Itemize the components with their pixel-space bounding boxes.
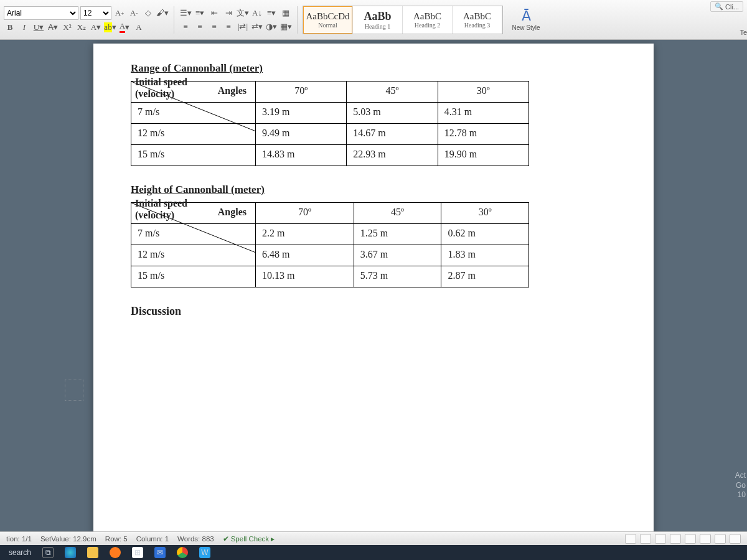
- indent-button[interactable]: ⇥: [222, 7, 235, 19]
- bold-button[interactable]: B: [4, 21, 16, 34]
- cell[interactable]: 15 m/s: [131, 145, 256, 166]
- document-page[interactable]: Range of Cannonball (meter) Angles Initi…: [93, 44, 654, 535]
- bullets-button[interactable]: ☰▾: [179, 7, 192, 19]
- cell[interactable]: 3.19 m: [256, 103, 347, 124]
- italic-button[interactable]: I: [18, 21, 31, 34]
- cell[interactable]: 5.03 m: [347, 103, 438, 124]
- view-web-icon[interactable]: [715, 534, 726, 544]
- cell[interactable]: 4.31 m: [438, 103, 529, 124]
- settings-icon[interactable]: [730, 534, 741, 544]
- clear-format-button[interactable]: ◇: [142, 7, 154, 19]
- strike-button[interactable]: A̶▾: [47, 21, 59, 34]
- spell-check-button[interactable]: ✔ Spell Check ▸: [223, 534, 275, 543]
- file-explorer-icon[interactable]: [87, 547, 98, 558]
- task-view-icon[interactable]: ⧉: [42, 547, 54, 558]
- view-outline-icon[interactable]: [625, 534, 636, 544]
- firefox-icon[interactable]: [110, 547, 121, 558]
- status-bar: tion: 1/1 SetValue: 12.9cm Row: 5 Column…: [0, 531, 747, 545]
- cell[interactable]: 22.93 m: [347, 145, 438, 166]
- sort-button[interactable]: A↓: [251, 7, 263, 19]
- align-right-button[interactable]: ≡: [208, 21, 220, 33]
- style-heading3[interactable]: AaBbC Heading 3: [453, 6, 502, 34]
- col-45: 45º: [347, 82, 438, 103]
- taskbar: search ⧉ ⊞ ✉ W: [0, 545, 747, 560]
- highlight-button[interactable]: ab▾: [104, 21, 116, 34]
- font-name-select[interactable]: Arial: [4, 6, 78, 20]
- styles-gallery[interactable]: AaBbCcDd Normal AaBb Heading 1 AaBbC Hea…: [303, 6, 503, 34]
- cell[interactable]: 1.83 m: [441, 245, 529, 266]
- view-fit-icon[interactable]: [640, 534, 651, 544]
- align-left-button[interactable]: ≡: [179, 21, 192, 33]
- format-painter-button[interactable]: 🖌▾: [156, 7, 169, 19]
- cell[interactable]: 12.78 m: [438, 124, 529, 145]
- style-label: Normal: [318, 22, 337, 29]
- font-color-button[interactable]: A▾: [118, 21, 131, 34]
- tabs-button[interactable]: ⇄▾: [251, 21, 263, 33]
- style-sample: AaBbC: [413, 11, 441, 22]
- find-button[interactable]: 🔍 Cli...: [710, 1, 743, 12]
- wps-icon[interactable]: W: [199, 547, 210, 558]
- style-normal[interactable]: AaBbCcDd Normal: [303, 6, 353, 34]
- mail-icon[interactable]: ✉: [154, 547, 166, 558]
- cell[interactable]: 0.62 m: [441, 224, 529, 245]
- diagonal-header: Angles Initial speed (velocity): [131, 82, 256, 103]
- taskbar-search[interactable]: search: [9, 548, 31, 557]
- cell[interactable]: 5.73 m: [354, 266, 441, 287]
- shrink-font-button[interactable]: A-: [128, 7, 140, 19]
- watermark-text: ActGo10: [735, 471, 746, 500]
- status-section: tion: 1/1: [6, 535, 32, 543]
- cell[interactable]: 1.25 m: [354, 224, 441, 245]
- speed-label: Initial speed (velocity): [135, 77, 187, 100]
- view-reading-icon[interactable]: [670, 534, 681, 544]
- cell[interactable]: 15 m/s: [131, 266, 256, 287]
- speed-label: Initial speed (velocity): [135, 198, 187, 221]
- grow-font-button[interactable]: A+: [113, 7, 126, 19]
- style-sample: AaBbCcDd: [306, 11, 350, 22]
- find-label: Cli...: [725, 3, 739, 11]
- style-heading1[interactable]: AaBb Heading 1: [353, 6, 403, 34]
- view-fullscreen-icon[interactable]: [655, 534, 666, 544]
- range-table[interactable]: Angles Initial speed (velocity) 70º 45º …: [131, 81, 529, 166]
- outdent-button[interactable]: ⇤: [208, 7, 220, 19]
- line-spacing-button[interactable]: ≡▾: [265, 7, 278, 19]
- chrome-icon[interactable]: [177, 547, 188, 558]
- font-size-select[interactable]: 12: [80, 6, 111, 20]
- numbering-button[interactable]: ≡▾: [194, 7, 206, 19]
- cell[interactable]: 3.67 m: [354, 245, 441, 266]
- distribute-button[interactable]: |⇄|: [237, 21, 249, 33]
- view-page-icon[interactable]: [685, 534, 696, 544]
- cell[interactable]: 14.67 m: [347, 124, 438, 145]
- cell[interactable]: 9.49 m: [256, 124, 347, 145]
- para-shading-button[interactable]: ◑▾: [265, 21, 278, 33]
- new-style-button[interactable]: Ᾱ New Style: [504, 8, 548, 31]
- view-print-icon[interactable]: [700, 534, 711, 544]
- cell[interactable]: 2.2 m: [256, 224, 354, 245]
- text-direction-button[interactable]: 文▾: [237, 7, 249, 19]
- align-center-button[interactable]: ≡: [194, 21, 206, 33]
- angles-label: Angles: [218, 207, 247, 218]
- store-icon[interactable]: ⊞: [132, 547, 143, 558]
- edge-icon[interactable]: [65, 547, 76, 558]
- cell[interactable]: 6.48 m: [256, 245, 354, 266]
- angles-label: Angles: [218, 85, 247, 96]
- underline-button[interactable]: U▾: [32, 21, 45, 34]
- separator: [174, 6, 174, 34]
- superscript-button[interactable]: X²: [61, 21, 73, 34]
- discussion-heading: Discussion: [131, 305, 616, 318]
- style-heading2[interactable]: AaBbC Heading 2: [403, 6, 453, 34]
- justify-button[interactable]: ≡: [222, 21, 235, 33]
- subscript-button[interactable]: X₂: [75, 21, 88, 34]
- col-30: 30º: [441, 203, 529, 224]
- status-words[interactable]: Words: 883: [177, 535, 214, 543]
- cell[interactable]: 10.13 m: [256, 266, 354, 287]
- cell[interactable]: 2.87 m: [441, 266, 529, 287]
- status-column: Column: 1: [136, 535, 169, 543]
- text-effects-button[interactable]: A▾: [90, 21, 102, 34]
- cell[interactable]: 14.83 m: [256, 145, 347, 166]
- height-table[interactable]: Angles Initial speed (velocity) 70º 45º …: [131, 202, 529, 287]
- cell[interactable]: 19.90 m: [438, 145, 529, 166]
- separator: [297, 6, 298, 34]
- shading-button[interactable]: A: [133, 21, 145, 34]
- insert-table-button[interactable]: ▦: [280, 7, 292, 19]
- borders-button[interactable]: ▦▾: [280, 21, 292, 33]
